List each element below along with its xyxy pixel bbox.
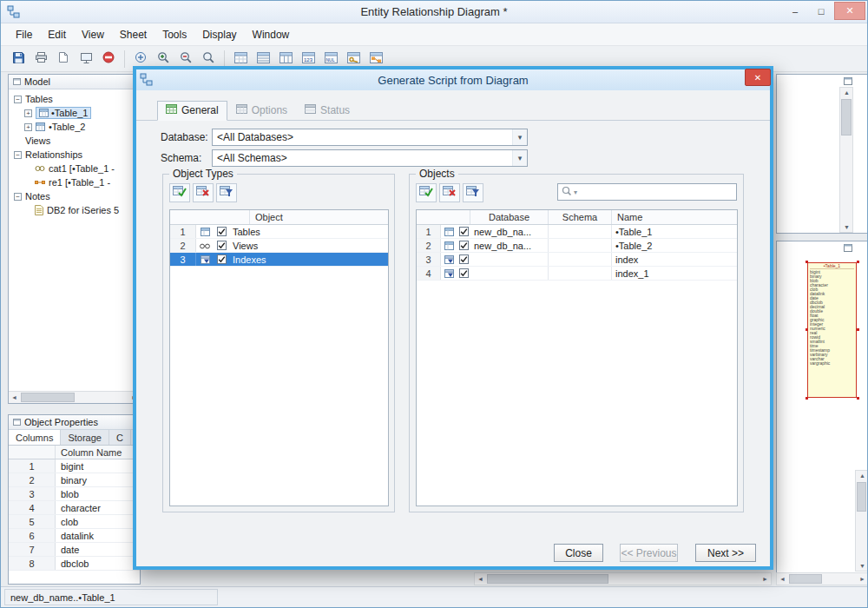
- tab-constraints[interactable]: C: [109, 430, 131, 445]
- menu-edit[interactable]: Edit: [40, 25, 74, 44]
- expand-icon[interactable]: +: [24, 123, 32, 131]
- scroll-right-icon[interactable]: ►: [762, 576, 768, 582]
- tab-general[interactable]: General: [157, 101, 227, 121]
- scroll-thumb[interactable]: [841, 99, 852, 135]
- search-options-caret-icon[interactable]: ▾: [574, 188, 577, 196]
- schema-select[interactable]: <All Schemas> ▾: [212, 149, 528, 167]
- selection-handle[interactable]: [806, 261, 808, 263]
- checkbox-checked[interactable]: [214, 254, 229, 264]
- database-column-header[interactable]: Database: [470, 210, 549, 224]
- canvas-vscrollbar[interactable]: ▲ ▼: [855, 470, 868, 572]
- check-selected-button[interactable]: [463, 183, 483, 202]
- tab-status[interactable]: Status: [296, 101, 358, 121]
- check-selected-button[interactable]: [216, 183, 237, 202]
- block-button[interactable]: [98, 49, 119, 69]
- tree-item-table-2[interactable]: + •Table_2: [9, 120, 140, 134]
- menu-sheet[interactable]: Sheet: [112, 25, 155, 44]
- close-button[interactable]: Close: [554, 544, 603, 562]
- checkbox-checked[interactable]: [457, 227, 470, 236]
- diagram-table-preview[interactable]: •Table_1 bigintbinaryblobcharacterclobda…: [807, 262, 857, 398]
- object-type-row-views[interactable]: 2 Views: [170, 239, 388, 253]
- tree-item-tables[interactable]: − Tables: [9, 92, 140, 106]
- tab-options[interactable]: Options: [227, 101, 296, 121]
- selection-handle[interactable]: [857, 397, 859, 400]
- checkbox-checked[interactable]: [457, 241, 470, 250]
- column-row[interactable]: 1bigint: [9, 459, 140, 473]
- next-button[interactable]: Next >>: [695, 544, 756, 562]
- tab-columns[interactable]: Columns: [9, 430, 61, 445]
- column-name-header[interactable]: Column Name: [56, 447, 122, 458]
- menu-display[interactable]: Display: [194, 25, 244, 44]
- dialog-titlebar[interactable]: Generate Script from Diagram: [136, 69, 770, 90]
- check-all-button[interactable]: [416, 183, 437, 202]
- scroll-down-icon[interactable]: ▼: [859, 563, 865, 569]
- tree-item-relationships[interactable]: − Relationships: [9, 148, 140, 162]
- scroll-thumb[interactable]: [789, 574, 822, 584]
- object-row-index-1[interactable]: 4 index_1: [417, 267, 737, 281]
- print-button[interactable]: [30, 49, 51, 69]
- scroll-thumb[interactable]: [857, 482, 866, 512]
- database-select[interactable]: <All Databases> ▾: [212, 129, 528, 146]
- scroll-thumb[interactable]: [21, 393, 75, 402]
- scroll-up-icon[interactable]: ▲: [859, 473, 865, 479]
- canvas-hscrollbar[interactable]: ◄ ►: [474, 572, 772, 585]
- checkbox-checked[interactable]: [457, 254, 470, 264]
- new-page-button[interactable]: [53, 49, 74, 69]
- selection-handle[interactable]: [806, 328, 808, 331]
- column-row[interactable]: 4character: [9, 501, 140, 515]
- menu-tools[interactable]: Tools: [155, 25, 194, 44]
- column-row[interactable]: 6datalink: [9, 529, 140, 543]
- tree-item-table-1[interactable]: + •Table_1: [9, 106, 140, 120]
- column-row[interactable]: 8dbclob: [9, 557, 140, 571]
- tab-storage[interactable]: Storage: [61, 430, 109, 445]
- uncheck-all-button[interactable]: [439, 183, 460, 202]
- uncheck-all-button[interactable]: [193, 183, 214, 202]
- tree-item-views[interactable]: Views: [9, 134, 140, 148]
- collapse-icon[interactable]: −: [14, 151, 22, 159]
- maximize-button[interactable]: □: [808, 2, 834, 20]
- scroll-thumb[interactable]: [487, 574, 608, 584]
- right-panel-hscrollbar[interactable]: ◄ ►: [776, 572, 868, 585]
- selection-handle[interactable]: [857, 261, 859, 263]
- menu-window[interactable]: Window: [245, 25, 298, 44]
- object-row-table-2[interactable]: 2 new_db_na... •Table_2: [417, 239, 737, 253]
- right-top-vscrollbar[interactable]: ▲ ▼: [839, 87, 853, 233]
- object-row-table-1[interactable]: 1 new_db_na... •Table_1: [417, 225, 737, 239]
- checkbox-checked[interactable]: [214, 241, 229, 250]
- close-window-button[interactable]: ✕: [834, 2, 865, 20]
- tree-item-db2-note[interactable]: DB2 for iSeries 5: [9, 203, 140, 217]
- previous-button[interactable]: << Previous: [620, 544, 678, 562]
- dialog-close-button[interactable]: ✕: [745, 69, 771, 86]
- tree-item-re1[interactable]: re1 [•Table_1 -: [9, 175, 140, 189]
- objects-search-box[interactable]: ▾: [557, 183, 737, 201]
- name-column-header[interactable]: Name: [612, 210, 737, 224]
- float-panel-icon[interactable]: [844, 244, 852, 252]
- object-type-row-tables[interactable]: 1 Tables: [170, 225, 388, 239]
- schema-column-header[interactable]: Schema: [549, 210, 612, 224]
- float-panel-icon[interactable]: [844, 77, 852, 85]
- menu-view[interactable]: View: [74, 25, 112, 44]
- object-row-index[interactable]: 3 index: [417, 253, 737, 267]
- scroll-left-icon[interactable]: ◄: [477, 576, 483, 582]
- presentation-button[interactable]: [76, 49, 96, 69]
- object-type-row-indexes[interactable]: 3 Indexes: [170, 253, 388, 267]
- column-row[interactable]: 7date: [9, 543, 140, 557]
- scroll-left-icon[interactable]: ◄: [779, 576, 786, 582]
- tree-item-notes[interactable]: − Notes: [9, 189, 140, 203]
- minimize-button[interactable]: –: [782, 2, 808, 20]
- menu-file[interactable]: File: [8, 25, 40, 44]
- column-row[interactable]: 5clob: [9, 515, 140, 529]
- column-row[interactable]: 2binary: [9, 473, 140, 487]
- column-row[interactable]: 3blob: [9, 487, 140, 501]
- object-column-header[interactable]: Object: [250, 210, 388, 224]
- model-hscrollbar[interactable]: ◄ ►: [9, 391, 140, 403]
- tree-item-cat1[interactable]: cat1 [•Table_1 -: [9, 162, 140, 175]
- checkbox-checked[interactable]: [457, 268, 470, 278]
- scroll-right-icon[interactable]: ►: [859, 576, 865, 582]
- check-all-button[interactable]: [169, 183, 190, 202]
- scroll-down-icon[interactable]: ▼: [844, 224, 850, 230]
- expand-icon[interactable]: +: [24, 109, 32, 117]
- objects-search-input[interactable]: [579, 187, 733, 197]
- collapse-icon[interactable]: −: [14, 96, 22, 103]
- checkbox-checked[interactable]: [214, 227, 229, 236]
